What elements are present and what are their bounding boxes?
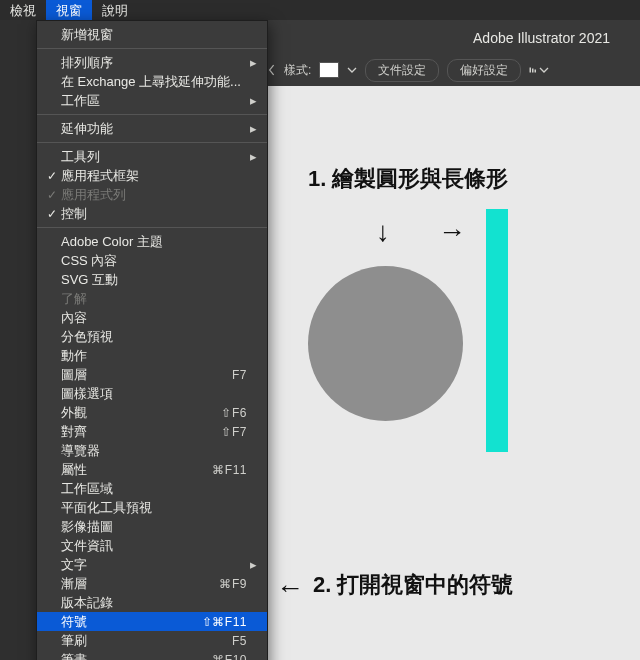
arrow-right-icon: →: [438, 216, 466, 248]
menu-item[interactable]: 版本記錄: [37, 593, 267, 612]
menu-item[interactable]: 圖層F7: [37, 365, 267, 384]
check-icon: ✓: [45, 207, 59, 221]
menu-item[interactable]: 在 Exchange 上尋找延伸功能...: [37, 72, 267, 91]
menu-item-label: 動作: [59, 347, 87, 365]
style-swatch[interactable]: [319, 62, 339, 78]
menu-item-label: 內容: [59, 309, 87, 327]
menu-item[interactable]: 漸層⌘F9: [37, 574, 267, 593]
menu-item-shortcut: F5: [232, 634, 247, 648]
menu-item-label: 文字: [59, 556, 87, 574]
window-menu-dropdown: 新增視窗排列順序▸在 Exchange 上尋找延伸功能...工作區▸延伸功能▸工…: [36, 20, 268, 660]
menu-item[interactable]: ✓控制: [37, 204, 267, 223]
menu-item[interactable]: 屬性⌘F11: [37, 460, 267, 479]
menu-separator: [37, 227, 267, 228]
menu-item[interactable]: SVG 互動: [37, 270, 267, 289]
menu-item-label: 在 Exchange 上尋找延伸功能...: [59, 73, 241, 91]
menu-item[interactable]: Adobe Color 主題: [37, 232, 267, 251]
menu-item-label: 漸層: [59, 575, 87, 593]
menu-item[interactable]: 文字▸: [37, 555, 267, 574]
menu-item-label: 控制: [59, 205, 87, 223]
menu-item-label: 排列順序: [59, 54, 113, 72]
menu-item-shortcut: ⌘F9: [219, 577, 247, 591]
menu-item-label: 工作區域: [59, 480, 113, 498]
menu-item-label: CSS 內容: [59, 252, 117, 270]
check-icon: ✓: [45, 188, 59, 202]
menu-item[interactable]: 工作區域: [37, 479, 267, 498]
menu-window[interactable]: 視窗: [46, 0, 92, 20]
menu-item[interactable]: 延伸功能▸: [37, 119, 267, 138]
menu-separator: [37, 142, 267, 143]
menu-item[interactable]: 工作區▸: [37, 91, 267, 110]
menu-item[interactable]: 動作: [37, 346, 267, 365]
menu-item[interactable]: 對齊⇧F7: [37, 422, 267, 441]
menu-item-label: 屬性: [59, 461, 87, 479]
menu-item[interactable]: 文件資訊: [37, 536, 267, 555]
menu-item-label: 圖層: [59, 366, 87, 384]
annotation-step2: 2. 打開視窗中的符號: [313, 570, 513, 600]
menu-item[interactable]: 外觀⇧F6: [37, 403, 267, 422]
menu-item-label: SVG 互動: [59, 271, 118, 289]
menu-item-shortcut: ⇧F7: [221, 425, 247, 439]
shape-circle[interactable]: [308, 266, 463, 421]
menu-item-label: 應用程式列: [59, 186, 126, 204]
align-panel-icon[interactable]: [529, 62, 549, 78]
arrow-down-icon: ↓: [376, 216, 390, 248]
document-setup-button[interactable]: 文件設定: [365, 59, 439, 82]
submenu-arrow-icon: ▸: [247, 55, 257, 70]
menu-item-label: 分色預視: [59, 328, 113, 346]
menu-item[interactable]: 筆畫⌘F10: [37, 650, 267, 660]
menu-item-label: 延伸功能: [59, 120, 113, 138]
menu-item[interactable]: ✓應用程式框架: [37, 166, 267, 185]
menu-item: ✓應用程式列: [37, 185, 267, 204]
submenu-arrow-icon: ▸: [247, 149, 257, 164]
menu-item[interactable]: 內容: [37, 308, 267, 327]
menu-item-label: 新增視窗: [59, 26, 113, 44]
svg-rect-0: [530, 68, 532, 73]
style-label: 樣式:: [284, 62, 311, 79]
shape-bar[interactable]: [486, 209, 508, 452]
menu-help[interactable]: 說明: [92, 0, 138, 20]
svg-rect-1: [532, 69, 534, 73]
menu-item[interactable]: 圖樣選項: [37, 384, 267, 403]
left-panel-strip: [0, 20, 36, 660]
menu-item-label: 平面化工具預視: [59, 499, 152, 517]
canvas[interactable]: 1. 繪製圓形與長條形 ↓ → ← 2. 打開視窗中的符號: [268, 86, 640, 660]
menu-item-shortcut: ⇧F6: [221, 406, 247, 420]
menu-separator: [37, 114, 267, 115]
menu-item-label: 符號: [59, 613, 87, 631]
menu-item-shortcut: F7: [232, 368, 247, 382]
chevron-down-icon[interactable]: [347, 65, 357, 75]
menu-item[interactable]: 排列順序▸: [37, 53, 267, 72]
menu-item[interactable]: 影像描圖: [37, 517, 267, 536]
menu-item-label: 筆畫: [59, 651, 87, 661]
menu-item-label: 筆刷: [59, 632, 87, 650]
menu-item-shortcut: ⇧⌘F11: [202, 615, 247, 629]
menu-item[interactable]: 新增視窗: [37, 25, 267, 44]
menu-item-label: 圖樣選項: [59, 385, 113, 403]
menu-item-label: 工具列: [59, 148, 100, 166]
menu-view[interactable]: 檢視: [0, 0, 46, 20]
menu-item-label: 工作區: [59, 92, 100, 110]
annotation-step1: 1. 繪製圓形與長條形: [308, 164, 508, 194]
submenu-arrow-icon: ▸: [247, 557, 257, 572]
menu-item-label: 影像描圖: [59, 518, 113, 536]
submenu-arrow-icon: ▸: [247, 121, 257, 136]
app-title: Adobe Illustrator 2021: [473, 30, 610, 46]
menu-item[interactable]: CSS 內容: [37, 251, 267, 270]
menu-item[interactable]: 導覽器: [37, 441, 267, 460]
menu-separator: [37, 48, 267, 49]
menu-item[interactable]: 工具列▸: [37, 147, 267, 166]
control-bar: 樣式: 文件設定 偏好設定: [268, 58, 634, 82]
menu-item[interactable]: 分色預視: [37, 327, 267, 346]
arrow-left-icon: ←: [276, 572, 304, 604]
menu-item[interactable]: 平面化工具預視: [37, 498, 267, 517]
menu-item[interactable]: 筆刷F5: [37, 631, 267, 650]
submenu-arrow-icon: ▸: [247, 93, 257, 108]
menu-item-label: 版本記錄: [59, 594, 113, 612]
menu-item-shortcut: ⌘F10: [212, 653, 247, 661]
menu-item-label: 外觀: [59, 404, 87, 422]
check-icon: ✓: [45, 169, 59, 183]
angle-bracket-icon[interactable]: [268, 64, 276, 76]
preferences-button[interactable]: 偏好設定: [447, 59, 521, 82]
menu-item[interactable]: 符號⇧⌘F11: [37, 612, 267, 631]
